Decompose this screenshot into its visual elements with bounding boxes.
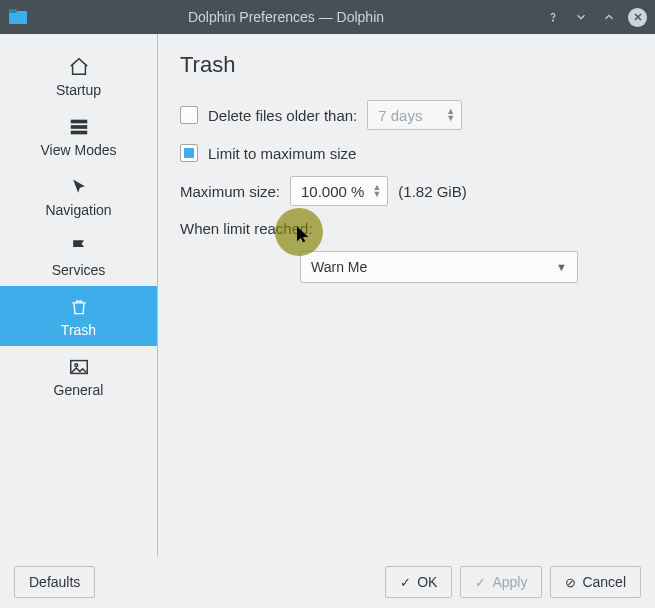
sidebar-item-label: Services bbox=[52, 262, 106, 278]
svg-point-9 bbox=[74, 364, 77, 367]
cancel-icon: ⊘ bbox=[565, 575, 576, 590]
view-icon bbox=[68, 116, 90, 138]
page-title: Trash bbox=[180, 52, 633, 78]
when-limit-label: When limit reached: bbox=[180, 220, 313, 237]
chevron-down-icon: ▼ bbox=[556, 261, 567, 273]
check-icon: ✓ bbox=[475, 575, 486, 590]
image-icon bbox=[68, 356, 90, 378]
delete-older-spinbox: 7 days ▲▼ bbox=[367, 100, 462, 130]
maximize-button[interactable] bbox=[600, 8, 618, 26]
svg-point-2 bbox=[553, 20, 554, 21]
sidebar-item-startup[interactable]: Startup bbox=[0, 46, 157, 106]
max-size-label: Maximum size: bbox=[180, 183, 280, 200]
limit-size-checkbox[interactable] bbox=[180, 144, 198, 162]
sidebar-item-viewmodes[interactable]: View Modes bbox=[0, 106, 157, 166]
defaults-button[interactable]: Defaults bbox=[14, 566, 95, 598]
sidebar-item-navigation[interactable]: Navigation bbox=[0, 166, 157, 226]
minimize-button[interactable] bbox=[572, 8, 590, 26]
app-icon bbox=[8, 7, 28, 27]
window-title: Dolphin Preferences — Dolphin bbox=[36, 9, 536, 25]
spinbox-arrows-icon: ▲▼ bbox=[446, 108, 455, 122]
home-icon bbox=[68, 56, 90, 78]
delete-older-value: 7 days bbox=[378, 107, 438, 124]
cancel-button[interactable]: ⊘ Cancel bbox=[550, 566, 641, 598]
svg-rect-1 bbox=[9, 9, 17, 13]
sidebar-item-label: View Modes bbox=[40, 142, 116, 158]
help-button[interactable] bbox=[544, 8, 562, 26]
max-size-bytes: (1.82 GiB) bbox=[398, 183, 466, 200]
flag-icon bbox=[68, 236, 90, 258]
button-label: Cancel bbox=[582, 574, 626, 590]
delete-older-label: Delete files older than: bbox=[208, 107, 357, 124]
when-limit-combo[interactable]: Warn Me ▼ bbox=[300, 251, 578, 283]
delete-older-checkbox[interactable] bbox=[180, 106, 198, 124]
when-limit-value: Warn Me bbox=[311, 259, 367, 275]
close-button[interactable] bbox=[628, 8, 647, 27]
footer: Defaults ✓ OK ✓ Apply ⊘ Cancel bbox=[0, 556, 655, 608]
max-size-value: 10.000 % bbox=[301, 183, 364, 200]
ok-button[interactable]: ✓ OK bbox=[385, 566, 452, 598]
button-label: OK bbox=[417, 574, 437, 590]
spinbox-arrows-icon[interactable]: ▲▼ bbox=[372, 184, 381, 198]
apply-button: ✓ Apply bbox=[460, 566, 542, 598]
svg-rect-7 bbox=[70, 131, 87, 135]
check-icon: ✓ bbox=[400, 575, 411, 590]
sidebar-item-trash[interactable]: Trash bbox=[0, 286, 157, 346]
sidebar-item-general[interactable]: General bbox=[0, 346, 157, 406]
content-panel: Trash Delete files older than: 7 days ▲▼… bbox=[158, 34, 655, 556]
sidebar-item-label: Trash bbox=[61, 322, 96, 338]
trash-icon bbox=[68, 296, 90, 318]
sidebar-item-label: Startup bbox=[56, 82, 101, 98]
button-label: Apply bbox=[492, 574, 527, 590]
limit-size-label: Limit to maximum size bbox=[208, 145, 356, 162]
max-size-spinbox[interactable]: 10.000 % ▲▼ bbox=[290, 176, 388, 206]
titlebar: Dolphin Preferences — Dolphin bbox=[0, 0, 655, 34]
svg-rect-6 bbox=[70, 125, 87, 129]
button-label: Defaults bbox=[29, 574, 80, 590]
cursor-icon bbox=[68, 176, 90, 198]
sidebar: Startup View Modes Navigation Services T… bbox=[0, 34, 158, 556]
svg-rect-5 bbox=[70, 120, 87, 124]
sidebar-item-label: Navigation bbox=[45, 202, 111, 218]
sidebar-item-services[interactable]: Services bbox=[0, 226, 157, 286]
sidebar-item-label: General bbox=[54, 382, 104, 398]
